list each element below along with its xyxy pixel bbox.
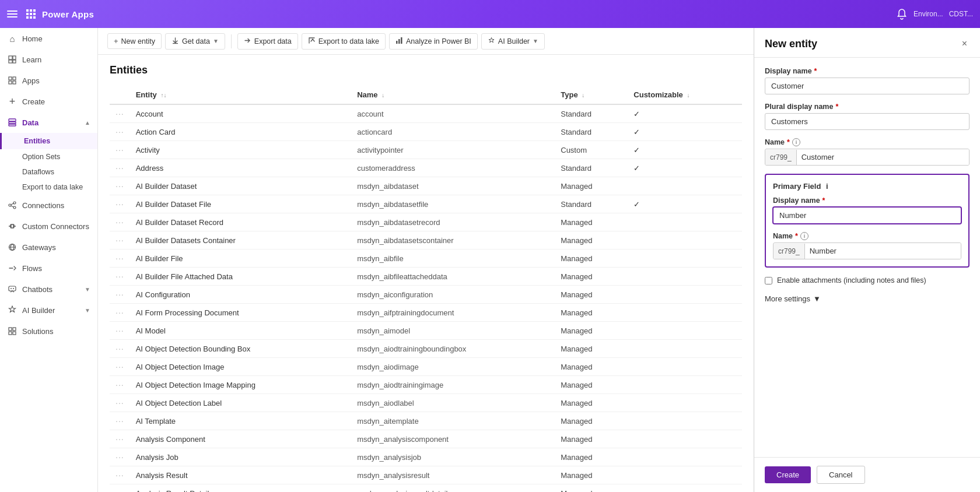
entity-sort-icon: ↑↓: [160, 92, 166, 99]
row-dots[interactable]: ···: [110, 340, 130, 358]
sidebar-item-solutions[interactable]: Solutions: [0, 321, 97, 342]
row-dots[interactable]: ···: [110, 268, 130, 286]
entity-area: Entities Entity ↑↓ Name ↓: [98, 55, 754, 492]
table-row: ··· Account account Standard ✓: [110, 104, 742, 123]
primary-name-input[interactable]: [805, 243, 961, 259]
sidebar-item-data[interactable]: Data ▲: [0, 112, 97, 133]
row-type: Standard: [555, 123, 628, 141]
name-input[interactable]: [797, 149, 969, 165]
panel-close-button[interactable]: ×: [960, 36, 970, 51]
primary-display-name-label: Display name *: [773, 196, 961, 205]
bell-icon[interactable]: [896, 8, 908, 20]
row-dots[interactable]: ···: [110, 358, 130, 376]
row-dots[interactable]: ···: [110, 304, 130, 322]
create-button[interactable]: Create: [765, 466, 811, 483]
row-dots[interactable]: ···: [110, 322, 130, 340]
row-dots[interactable]: ···: [110, 213, 130, 231]
row-type: Custom: [555, 141, 628, 159]
display-name-group: Display name *: [765, 67, 970, 94]
more-settings-button[interactable]: More settings ▼: [765, 294, 970, 303]
table-row: ··· AI Builder Dataset msdyn_aibdataset …: [110, 177, 742, 195]
table-row: ··· AI Builder Dataset File msdyn_aibdat…: [110, 195, 742, 213]
sidebar-item-export-lake[interactable]: Export to data lake: [0, 180, 97, 195]
sidebar-item-dataflows[interactable]: Dataflows: [0, 164, 97, 180]
cancel-button[interactable]: Cancel: [817, 466, 864, 484]
row-type: Managed: [555, 394, 628, 412]
sidebar-item-flows[interactable]: Flows: [0, 258, 97, 279]
sidebar-item-option-sets[interactable]: Option Sets: [0, 149, 97, 164]
svg-line-24: [11, 206, 13, 207]
row-dots[interactable]: ···: [110, 159, 130, 177]
ai-builder-chevron-icon: ▼: [85, 307, 90, 314]
primary-display-name-input[interactable]: [773, 207, 961, 224]
customizable-sort-icon: ↓: [687, 92, 690, 99]
hamburger-icon[interactable]: [7, 10, 18, 17]
row-dots[interactable]: ···: [110, 231, 130, 249]
primary-field-info-icon[interactable]: i: [826, 182, 828, 191]
row-customizable: [628, 249, 742, 268]
name-prefix: cr799_: [765, 150, 797, 165]
row-type: Managed: [555, 466, 628, 484]
row-name: msdyn_aiodimage: [351, 358, 555, 376]
plural-name-input[interactable]: [765, 113, 970, 130]
col-customizable-header[interactable]: Customizable ↓: [628, 86, 742, 104]
sidebar-item-gateways[interactable]: Gateways: [0, 237, 97, 258]
export-lake-icon: [308, 37, 316, 46]
row-name: msdyn_aiconfiguration: [351, 286, 555, 304]
svg-rect-3: [26, 13, 29, 15]
row-dots[interactable]: ···: [110, 141, 130, 159]
sidebar-item-custom-connectors[interactable]: Custom Connectors: [0, 216, 97, 237]
ai-builder-button[interactable]: AI Builder ▼: [481, 33, 545, 50]
sidebar-item-entities[interactable]: Entities: [0, 133, 97, 149]
name-info-icon[interactable]: i: [792, 138, 800, 146]
row-dots[interactable]: ···: [110, 484, 130, 493]
env-label: Environ...: [914, 10, 943, 18]
sidebar-item-ai-builder[interactable]: AI Builder ▼: [0, 300, 97, 321]
row-dots[interactable]: ···: [110, 412, 130, 430]
row-dots[interactable]: ···: [110, 448, 130, 466]
primary-name-info-icon[interactable]: i: [800, 232, 808, 240]
row-dots[interactable]: ···: [110, 394, 130, 412]
row-dots[interactable]: ···: [110, 123, 130, 141]
new-entity-button[interactable]: + New entity: [107, 33, 162, 49]
row-dots[interactable]: ···: [110, 195, 130, 213]
row-dots[interactable]: ···: [110, 104, 130, 123]
row-name: activitypointer: [351, 141, 555, 159]
row-name: msdyn_analysisresult: [351, 466, 555, 484]
col-entity-header[interactable]: Entity ↑↓: [130, 86, 351, 104]
get-data-button[interactable]: Get data ▼: [165, 33, 225, 50]
row-name: msdyn_aibdatasetfile: [351, 195, 555, 213]
row-customizable: [628, 340, 742, 358]
export-lake-button[interactable]: Export to data lake: [302, 33, 386, 50]
sidebar-item-chatbots[interactable]: Chatbots ▼: [0, 279, 97, 300]
svg-point-30: [13, 288, 14, 289]
sidebar-item-connections[interactable]: Connections: [0, 195, 97, 216]
toolbar: + New entity Get data ▼ Export data: [98, 28, 754, 55]
export-data-button[interactable]: Export data: [237, 33, 298, 50]
analyze-bi-button[interactable]: Analyze in Power BI: [389, 33, 478, 50]
sidebar-item-apps[interactable]: Apps: [0, 70, 97, 91]
home-icon: ⌂: [7, 33, 18, 44]
sidebar-item-learn[interactable]: Learn: [0, 49, 97, 70]
row-customizable: [628, 466, 742, 484]
sidebar-item-create[interactable]: + Create: [0, 91, 97, 112]
row-dots[interactable]: ···: [110, 249, 130, 268]
row-name: account: [351, 104, 555, 123]
svg-point-20: [9, 204, 11, 206]
row-entity: AI Template: [130, 412, 351, 430]
enable-attachments-checkbox[interactable]: [765, 277, 772, 284]
primary-display-name-required: *: [822, 196, 825, 205]
col-name-header[interactable]: Name ↓: [351, 86, 555, 104]
row-type: Standard: [555, 104, 628, 123]
row-dots[interactable]: ···: [110, 466, 130, 484]
row-dots[interactable]: ···: [110, 286, 130, 304]
sidebar-item-home[interactable]: ⌂ Home: [0, 28, 97, 49]
display-name-input[interactable]: [765, 78, 970, 94]
row-dots[interactable]: ···: [110, 376, 130, 394]
row-dots[interactable]: ···: [110, 430, 130, 448]
display-name-label: Display name *: [765, 67, 970, 75]
col-type-header[interactable]: Type ↓: [555, 86, 628, 104]
primary-name-label: Name * i: [773, 232, 961, 240]
row-dots[interactable]: ···: [110, 177, 130, 195]
svg-rect-15: [9, 81, 12, 84]
